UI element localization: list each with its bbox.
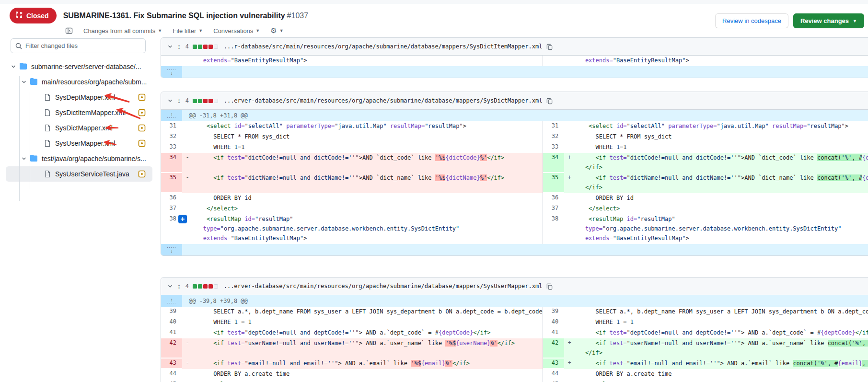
line-number[interactable]: 42 xyxy=(161,338,182,358)
line-number[interactable]: 42 xyxy=(543,338,564,358)
chevron-down-icon: ▼ xyxy=(279,28,284,33)
pr-number: #1037 xyxy=(287,12,309,20)
code-cell: <if test="userName!=null and userName!='… xyxy=(193,338,543,359)
diff-side: 31 <select id="selectAll" parameterType=… xyxy=(161,121,543,132)
line-number[interactable] xyxy=(161,56,182,65)
copy-path-icon[interactable] xyxy=(546,43,553,50)
tree-item-label: SysUserMapper.xml xyxy=(55,139,115,147)
expand-down-button[interactable]: ·····↓ xyxy=(161,244,182,255)
drag-handle-icon[interactable]: ↕ xyxy=(177,43,181,50)
line-number[interactable]: 38+ xyxy=(161,214,182,243)
line-number[interactable]: 40 xyxy=(543,317,564,327)
line-number[interactable]: 41 xyxy=(543,328,564,337)
diff-side: 34- <if test="dictCode!=null and dictCod… xyxy=(161,153,543,173)
code-cell: SELECT * FROM sys_dict xyxy=(193,132,543,142)
line-number[interactable]: 44 xyxy=(161,369,182,379)
file-filter-input[interactable] xyxy=(11,38,146,53)
code-cell: ORDER BY id xyxy=(193,193,543,204)
tree-file-sysuserservicetest-java[interactable]: SysUserServiceTest.java xyxy=(6,166,152,182)
review-in-codespace-button[interactable]: Review in codespace xyxy=(715,13,788,28)
diff-marker: + xyxy=(564,359,575,369)
diff-row: 45 </select>45 </select> xyxy=(161,380,868,382)
hunk-row: ↑·····@@ -31,8 +31,8 @@ xyxy=(161,110,868,121)
copy-path-icon[interactable] xyxy=(546,97,553,104)
line-number[interactable]: 31 xyxy=(161,121,182,131)
line-number[interactable]: 35 xyxy=(543,173,564,192)
conversations-dropdown[interactable]: Conversations▼ xyxy=(213,27,260,35)
chevron-down-icon[interactable] xyxy=(21,79,27,85)
diff-row: 35- <if test="dictName!=null and dictNam… xyxy=(161,173,868,193)
line-number[interactable]: 41 xyxy=(161,328,182,337)
diff-marker xyxy=(182,328,193,338)
tree-folder-test-java-org-apache-submarine-s-[interactable]: test/java/org/apache/submarine/s... xyxy=(6,151,152,166)
collapse-file-icon[interactable] xyxy=(167,97,174,104)
file-icon xyxy=(44,93,51,101)
tree-item-label: submarine-server/server-database/... xyxy=(31,63,141,70)
diffstat-squares xyxy=(193,45,218,49)
line-number[interactable]: 43 xyxy=(161,359,182,368)
line-number[interactable]: 35 xyxy=(161,173,182,192)
expand-down-button[interactable]: ·····↓ xyxy=(161,66,182,78)
line-number[interactable]: 40 xyxy=(161,317,182,327)
line-number[interactable]: 36 xyxy=(161,193,182,203)
file-filter-dropdown[interactable]: File filter▼ xyxy=(173,27,203,35)
tree-file-sysusermapper-xml[interactable]: SysUserMapper.xml xyxy=(6,136,152,151)
line-number[interactable]: 45 xyxy=(161,380,182,382)
changed-lines-count: 4 xyxy=(185,43,189,50)
diff-marker xyxy=(182,307,193,317)
chevron-down-icon: ▼ xyxy=(853,19,857,23)
file-diff-header: ↕4...r-database/src/main/resources/org/a… xyxy=(161,38,868,56)
diff-marker xyxy=(564,121,575,132)
expand-up-button[interactable]: ↑····· xyxy=(161,110,182,121)
file-path: ...erver-database/src/main/resources/org… xyxy=(224,97,543,104)
diff-side: 37 </select> xyxy=(543,204,868,214)
line-number[interactable]: 37 xyxy=(543,204,564,213)
file-diff-header: ↕4...erver-database/src/main/resources/o… xyxy=(161,92,868,110)
diff-side: 40 WHERE 1 = 1 xyxy=(543,317,868,328)
drag-handle-icon[interactable]: ↕ xyxy=(177,97,181,104)
collapse-file-icon[interactable] xyxy=(167,43,174,50)
diff-side: 36 ORDER BY id xyxy=(161,193,543,204)
chevron-down-icon[interactable] xyxy=(21,156,27,162)
line-number[interactable]: 36 xyxy=(543,193,564,203)
diff-row: 34- <if test="dictCode!=null and dictCod… xyxy=(161,153,868,173)
tree-folder-submarine-server-server-database-[interactable]: submarine-server/server-database/... xyxy=(6,59,152,74)
line-number[interactable]: 44 xyxy=(543,369,564,379)
diff-side: 35+ <if test="dictName!=null and dictNam… xyxy=(543,173,868,193)
add-comment-button[interactable]: + xyxy=(178,215,187,223)
tree-file-sysdictmapper-xml[interactable]: SysDictMapper.xml xyxy=(6,120,152,136)
line-number[interactable]: 32 xyxy=(543,132,564,141)
diff-row: 33 WHERE 1=133 WHERE 1=1 xyxy=(161,142,868,153)
line-number[interactable]: 31 xyxy=(543,121,564,131)
tree-file-sysdictitemmapper-xml[interactable]: SysDictItemMapper.xml xyxy=(6,105,152,120)
line-number[interactable]: 39 xyxy=(543,307,564,316)
line-number[interactable]: 34 xyxy=(543,153,564,172)
line-number[interactable]: 33 xyxy=(161,142,182,152)
code-cell: <if test="email!=null and email!=''"> AN… xyxy=(193,359,543,369)
review-changes-button[interactable]: Review changes▼ xyxy=(793,13,864,28)
diff-side: 41 <if test="deptCode!=null and deptCode… xyxy=(161,328,543,338)
code-cell: </select> xyxy=(575,380,868,382)
tree-item-label: SysUserServiceTest.java xyxy=(55,170,129,178)
drag-handle-icon[interactable]: ↕ xyxy=(177,282,181,290)
line-number[interactable]: 33 xyxy=(543,142,564,152)
tree-folder-main-resources-org-apache-subm-[interactable]: main/resources/org/apache/subm... xyxy=(6,74,152,90)
diff-settings-dropdown[interactable]: ⚙▼ xyxy=(270,26,283,35)
copy-path-icon[interactable] xyxy=(546,283,553,290)
line-number[interactable]: 39 xyxy=(161,307,182,316)
tree-file-sysdeptmapper-xml[interactable]: SysDeptMapper.xml xyxy=(6,90,152,105)
collapse-file-icon[interactable] xyxy=(167,283,174,289)
diff-side: 36 ORDER BY id xyxy=(543,193,868,204)
line-number[interactable]: 38 xyxy=(543,214,564,243)
status-badge-label: Closed xyxy=(26,12,49,20)
line-number[interactable]: 45 xyxy=(543,380,564,382)
file-modified-icon xyxy=(138,109,146,118)
expand-up-button[interactable]: ↑····· xyxy=(161,295,182,307)
line-number[interactable]: 43 xyxy=(543,359,564,368)
chevron-down-icon[interactable] xyxy=(11,64,16,69)
line-number[interactable]: 34 xyxy=(161,153,182,172)
diff-marker xyxy=(564,307,575,317)
line-number[interactable] xyxy=(543,56,564,65)
line-number[interactable]: 32 xyxy=(161,132,182,141)
line-number[interactable]: 37 xyxy=(161,204,182,213)
